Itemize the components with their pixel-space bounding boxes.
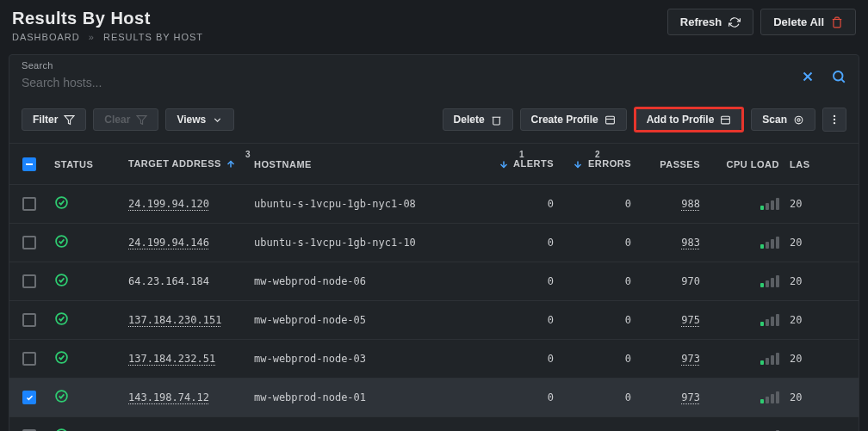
table-row[interactable]: 137.184.230.151mw-webprod-node-050097520 bbox=[9, 301, 859, 340]
alerts-value: 0 bbox=[481, 353, 559, 365]
breadcrumb: DASHBOARD » RESULTS BY HOST bbox=[12, 32, 203, 42]
row-checkbox[interactable] bbox=[22, 352, 36, 366]
more-menu-button[interactable] bbox=[822, 108, 846, 132]
svg-rect-6 bbox=[605, 116, 614, 124]
table-row[interactable]: 143.198.74.12mw-webprod-node-010097320 bbox=[9, 379, 859, 417]
create-profile-button[interactable]: Create Profile bbox=[520, 108, 627, 131]
svg-point-10 bbox=[795, 116, 803, 124]
last-value: 20 bbox=[784, 391, 831, 403]
table-row[interactable]: 64.23.164.184mw-webprod-node-060097020 bbox=[9, 262, 859, 301]
scan-button[interactable]: Scan bbox=[751, 108, 815, 131]
cpu-signal bbox=[760, 428, 779, 432]
row-checkbox[interactable] bbox=[22, 391, 36, 404]
svg-line-3 bbox=[841, 79, 844, 82]
svg-point-14 bbox=[834, 122, 835, 124]
alerts-value: 0 bbox=[481, 237, 559, 249]
search-label: Search bbox=[22, 60, 846, 71]
target-address[interactable]: 24.199.94.120 bbox=[128, 198, 209, 210]
svg-marker-4 bbox=[65, 115, 74, 124]
breadcrumb-item: RESULTS BY HOST bbox=[103, 32, 203, 42]
table-header: STATUS TARGET ADDRESS 3 HOSTNAME ALERTS … bbox=[9, 144, 859, 185]
col-hostname[interactable]: HOSTNAME bbox=[249, 159, 481, 169]
col-errors[interactable]: ERRORS 2 bbox=[559, 158, 636, 169]
table-row[interactable]: 24.199.94.146ubuntu-s-1vcpu-1gb-nyc1-100… bbox=[9, 224, 859, 262]
table-row[interactable]: 137.184.232.51mw-webprod-node-030097320 bbox=[9, 340, 859, 379]
status-ok-icon bbox=[54, 273, 69, 287]
passes-value[interactable]: 988 bbox=[681, 198, 700, 210]
hostname: mw-webprod-node-01 bbox=[249, 391, 481, 403]
cpu-signal bbox=[760, 312, 779, 326]
cpu-signal bbox=[760, 196, 779, 210]
target-address[interactable]: 137.184.230.151 bbox=[128, 314, 221, 326]
hostname: mw-webprod-node-03 bbox=[249, 353, 481, 365]
cpu-signal bbox=[760, 351, 779, 365]
breadcrumb-item[interactable]: DASHBOARD bbox=[12, 32, 80, 42]
col-target[interactable]: TARGET ADDRESS 3 bbox=[123, 158, 249, 169]
row-checkbox[interactable] bbox=[22, 197, 36, 211]
filter-icon bbox=[64, 114, 75, 126]
scan-label: Scan bbox=[762, 114, 787, 126]
passes-value[interactable]: 975 bbox=[681, 314, 700, 326]
target-address: 64.23.164.184 bbox=[128, 275, 209, 287]
table-row[interactable]: 24.199.94.120ubuntu-s-1vcpu-1gb-nyc1-080… bbox=[9, 185, 859, 224]
delete-all-label: Delete All bbox=[773, 15, 824, 28]
filter-button[interactable]: Filter bbox=[22, 108, 86, 131]
page-title: Results By Host bbox=[12, 9, 203, 28]
delete-all-button[interactable]: Delete All bbox=[760, 9, 856, 35]
col-last[interactable]: LAS bbox=[784, 159, 831, 169]
views-label: Views bbox=[177, 114, 206, 126]
errors-value: 0 bbox=[559, 314, 636, 326]
col-status[interactable]: STATUS bbox=[49, 159, 123, 169]
alerts-value: 0 bbox=[481, 275, 559, 287]
svg-point-2 bbox=[834, 71, 843, 81]
svg-point-11 bbox=[797, 118, 800, 120]
add-to-profile-button[interactable]: Add to Profile bbox=[636, 109, 742, 130]
search-icon[interactable] bbox=[831, 69, 846, 84]
errors-value: 0 bbox=[559, 198, 636, 210]
target-address[interactable]: 143.198.74.12 bbox=[128, 391, 209, 403]
refresh-button[interactable]: Refresh bbox=[667, 9, 753, 35]
clear-filter-button[interactable]: Clear bbox=[93, 108, 158, 131]
clear-search-icon[interactable] bbox=[800, 69, 815, 84]
alerts-value: 0 bbox=[481, 391, 559, 403]
filter-off-icon bbox=[136, 114, 147, 126]
errors-value: 0 bbox=[559, 391, 636, 403]
status-ok-icon bbox=[54, 350, 69, 365]
refresh-icon bbox=[728, 16, 741, 28]
last-value: 20 bbox=[784, 314, 831, 326]
cpu-signal bbox=[760, 390, 779, 403]
trash-icon bbox=[491, 114, 502, 126]
row-checkbox[interactable] bbox=[22, 313, 36, 327]
dots-vertical-icon bbox=[828, 114, 840, 126]
passes-value[interactable]: 973 bbox=[681, 353, 700, 365]
hostname: mw-webprod-node-06 bbox=[249, 275, 481, 287]
col-passes[interactable]: PASSES bbox=[636, 159, 705, 169]
cpu-signal bbox=[760, 274, 779, 287]
add-to-profile-label: Add to Profile bbox=[647, 114, 715, 126]
passes-value[interactable]: 983 bbox=[681, 237, 700, 249]
select-all-checkbox[interactable] bbox=[22, 157, 36, 171]
col-cpu[interactable]: CPU LOAD bbox=[705, 159, 784, 169]
views-button[interactable]: Views bbox=[165, 108, 234, 131]
svg-point-13 bbox=[834, 119, 835, 120]
breadcrumb-separator: » bbox=[89, 32, 95, 42]
row-checkbox[interactable] bbox=[22, 274, 36, 288]
passes-value[interactable]: 973 bbox=[681, 391, 700, 403]
delete-button[interactable]: Delete bbox=[443, 108, 513, 131]
sort-desc-icon bbox=[499, 159, 509, 169]
search-input[interactable] bbox=[22, 72, 846, 93]
target-address[interactable]: 137.184.232.51 bbox=[128, 353, 215, 365]
target-icon bbox=[793, 114, 804, 126]
delete-label: Delete bbox=[454, 114, 485, 126]
last-value: 20 bbox=[784, 353, 831, 365]
profile-add-icon bbox=[604, 114, 616, 126]
col-alerts[interactable]: ALERTS 1 bbox=[481, 158, 559, 169]
errors-value: 0 bbox=[559, 353, 636, 365]
refresh-label: Refresh bbox=[680, 15, 722, 28]
table-row[interactable]: 143.198.78.176mw-webprod-node-020097020 bbox=[9, 417, 859, 431]
create-profile-label: Create Profile bbox=[531, 114, 598, 126]
target-address[interactable]: 24.199.94.146 bbox=[128, 237, 209, 249]
bookmark-add-icon bbox=[720, 114, 731, 126]
row-checkbox[interactable] bbox=[22, 236, 36, 249]
last-value: 20 bbox=[784, 198, 831, 210]
